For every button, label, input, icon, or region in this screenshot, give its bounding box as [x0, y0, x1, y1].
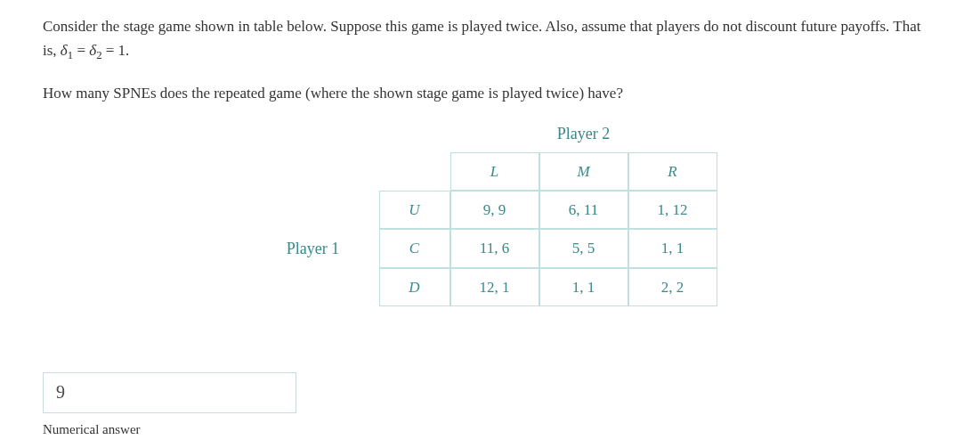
- col-header-R: R: [628, 152, 717, 191]
- col-header-M: M: [539, 152, 628, 191]
- game-grid: Player 2 L M R Player 1 U 9, 9 6, 11 1, …: [263, 121, 717, 306]
- question-text: Consider the stage game shown in table b…: [43, 14, 937, 105]
- payoff-D-R: 2, 2: [628, 268, 717, 306]
- payoff-U-M: 6, 11: [539, 191, 628, 229]
- eq1: =: [73, 42, 89, 59]
- question-para-1: Consider the stage game shown in table b…: [43, 14, 937, 65]
- payoff-C-M: 5, 5: [539, 229, 628, 267]
- delta1: δ: [61, 42, 68, 59]
- question-para-2: How many SPNEs does the repeated game (w…: [43, 81, 937, 105]
- row-header-D: D: [379, 268, 450, 306]
- col-header-L: L: [450, 152, 539, 191]
- row-header-C: C: [379, 229, 450, 267]
- payoff-U-R: 1, 12: [628, 191, 717, 229]
- player1-label: Player 1: [263, 236, 379, 262]
- player2-label: Player 2: [450, 121, 717, 152]
- payoff-D-M: 1, 1: [539, 268, 628, 306]
- answer-input[interactable]: [43, 372, 296, 413]
- payoff-D-L: 12, 1: [450, 268, 539, 306]
- eq2: = 1.: [102, 42, 130, 59]
- answer-section: Numerical answer: [43, 372, 937, 448]
- payoff-U-L: 9, 9: [450, 191, 539, 229]
- delta2: δ: [89, 42, 96, 59]
- payoff-C-R: 1, 1: [628, 229, 717, 267]
- row-header-U: U: [379, 191, 450, 229]
- answer-label: Numerical answer: [43, 419, 937, 440]
- payoff-C-L: 11, 6: [450, 229, 539, 267]
- game-area: Player 2 L M R Player 1 U 9, 9 6, 11 1, …: [43, 121, 937, 306]
- q1-prefix: Consider the stage game shown in table b…: [43, 18, 920, 59]
